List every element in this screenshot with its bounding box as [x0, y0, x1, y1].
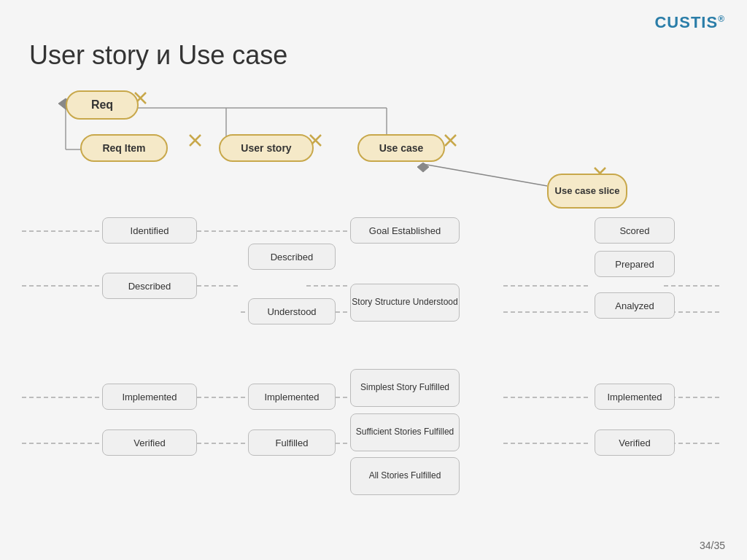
logo: CUSTIS®: [654, 13, 725, 32]
page-title: User story и Use case: [29, 40, 287, 71]
box-prepared: Prepared: [595, 251, 675, 277]
box-verified-left: Verified: [102, 429, 197, 456]
box-user-story-implemented: Implemented: [248, 384, 336, 410]
pill-user-story: User story: [219, 134, 314, 162]
box-goal-established: Goal Established: [350, 217, 460, 244]
pill-req: Req: [66, 90, 139, 120]
box-implemented-left: Implemented: [102, 384, 197, 410]
logo-text: CUSTIS: [654, 13, 718, 31]
box-user-story-understood: Understood: [248, 298, 336, 324]
svg-line-34: [445, 135, 456, 146]
box-verified-right: Verified: [595, 429, 675, 456]
box-described-left: Described: [102, 273, 197, 299]
box-simplest-story: Simplest Story Fulfilled: [350, 369, 460, 407]
svg-marker-37: [417, 163, 429, 172]
svg-line-29: [190, 135, 201, 146]
svg-line-30: [190, 135, 201, 146]
box-identified: Identified: [102, 217, 197, 244]
box-sufficient-stories: Sufficient Stories Fulfilled: [350, 413, 460, 451]
box-analyzed: Analyzed: [595, 292, 675, 319]
slide: CUSTIS® User story и Use case: [0, 0, 747, 560]
diagram: Req Req Item User story Use case Use cas…: [22, 80, 722, 547]
page-number: 34/35: [700, 540, 725, 551]
pill-use-case: Use case: [357, 134, 445, 162]
svg-line-5: [423, 164, 547, 186]
pill-use-case-slice: Use case slice: [547, 174, 627, 209]
svg-line-33: [445, 135, 456, 146]
box-user-story-fulfilled: Fulfilled: [248, 429, 336, 456]
logo-sup: ®: [718, 14, 725, 24]
box-all-stories: All Stories Fulfilled: [350, 457, 460, 495]
pill-req-item: Req Item: [80, 134, 168, 162]
box-story-structure: Story Structure Understood: [350, 284, 460, 322]
box-slice-implemented: Implemented: [595, 384, 675, 410]
box-scored: Scored: [595, 217, 675, 244]
box-user-story-described: Described: [248, 244, 336, 270]
